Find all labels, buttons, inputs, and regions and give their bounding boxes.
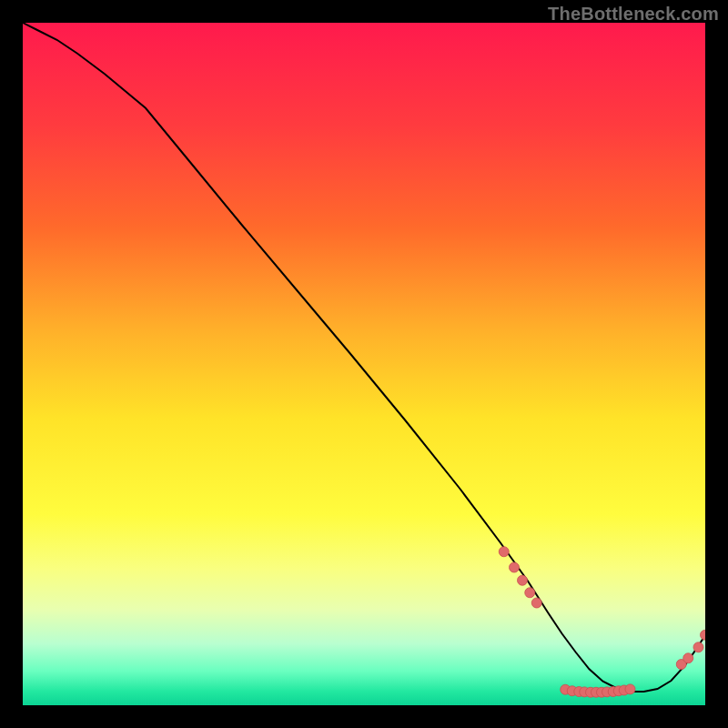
data-marker [625,684,635,694]
plot-area [23,23,705,705]
gradient-background [23,23,705,705]
data-marker [693,642,703,652]
chart-svg [23,23,705,705]
data-marker [510,562,520,572]
data-marker [525,588,535,598]
data-marker [518,575,528,585]
watermark-text: TheBottleneck.com [548,4,719,25]
data-marker [683,653,693,663]
chart-stage: TheBottleneck.com [0,0,728,728]
data-marker [499,547,509,557]
data-marker [531,598,541,608]
